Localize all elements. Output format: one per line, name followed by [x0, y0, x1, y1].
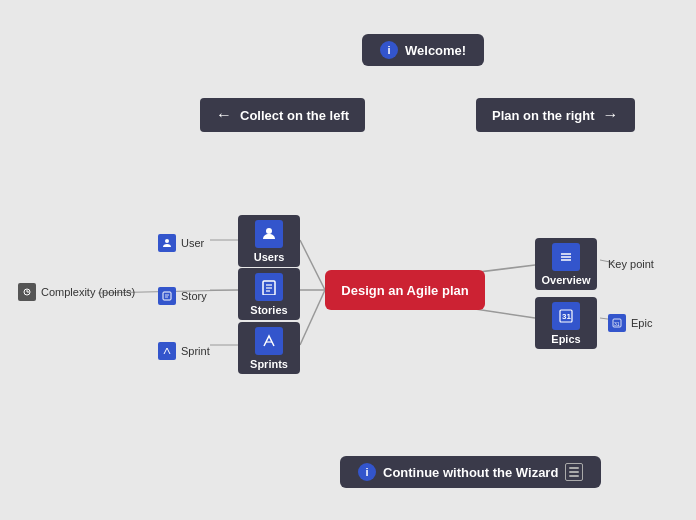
user-label: User [158, 234, 204, 252]
epics-node[interactable]: 31 Epics [535, 297, 597, 349]
info-icon: i [380, 41, 398, 59]
users-label: Users [254, 251, 285, 263]
svg-point-17 [165, 239, 169, 243]
collect-left-button[interactable]: ← Collect on the left [200, 98, 365, 132]
svg-line-0 [300, 240, 325, 290]
canvas: i Welcome! ← Collect on the left Plan on… [0, 0, 696, 520]
right-arrow-icon: → [603, 106, 619, 124]
overview-node[interactable]: Overview [535, 238, 597, 290]
svg-rect-18 [163, 292, 171, 300]
story-small-icon [158, 287, 176, 305]
key-point-text: Key point [608, 258, 654, 270]
epics-icon: 31 [552, 302, 580, 330]
stories-label: Stories [250, 304, 287, 316]
sprints-label: Sprints [250, 358, 288, 370]
users-node[interactable]: Users [238, 215, 300, 267]
overview-icon [552, 243, 580, 271]
story-label: Story [158, 287, 207, 305]
epic-label: 31 Epic [608, 314, 652, 332]
user-small-icon [158, 234, 176, 252]
continue-label: Continue without the Wizard [383, 465, 558, 480]
user-text: User [181, 237, 204, 249]
key-point-label: Key point [608, 258, 654, 270]
left-arrow-icon: ← [216, 106, 232, 124]
epics-label: Epics [551, 333, 580, 345]
svg-line-2 [300, 290, 325, 345]
svg-text:31: 31 [614, 321, 620, 327]
epic-small-icon: 31 [608, 314, 626, 332]
welcome-label: Welcome! [405, 43, 466, 58]
stories-node[interactable]: Stories [238, 268, 300, 320]
users-icon [255, 220, 283, 248]
continue-button[interactable]: i Continue without the Wizard [340, 456, 601, 488]
list-icon [565, 463, 583, 481]
sprint-label: Sprint [158, 342, 210, 360]
plan-label: Plan on the right [492, 108, 595, 123]
stories-icon [255, 273, 283, 301]
complexity-icon [18, 283, 36, 301]
center-node[interactable]: Design an Agile plan [325, 270, 485, 310]
complexity-text: Complexity (points) [41, 286, 135, 298]
sprint-small-icon [158, 342, 176, 360]
center-label: Design an Agile plan [341, 283, 468, 298]
sprint-text: Sprint [181, 345, 210, 357]
plan-right-button[interactable]: Plan on the right → [476, 98, 635, 132]
svg-text:31: 31 [562, 312, 571, 321]
sprints-node[interactable]: Sprints [238, 322, 300, 374]
continue-info-icon: i [358, 463, 376, 481]
welcome-button[interactable]: i Welcome! [362, 34, 484, 66]
complexity-label: Complexity (points) [18, 283, 135, 301]
svg-point-11 [266, 228, 272, 234]
collect-label: Collect on the left [240, 108, 349, 123]
epic-text: Epic [631, 317, 652, 329]
sprints-icon [255, 327, 283, 355]
overview-label: Overview [542, 274, 591, 286]
story-text: Story [181, 290, 207, 302]
